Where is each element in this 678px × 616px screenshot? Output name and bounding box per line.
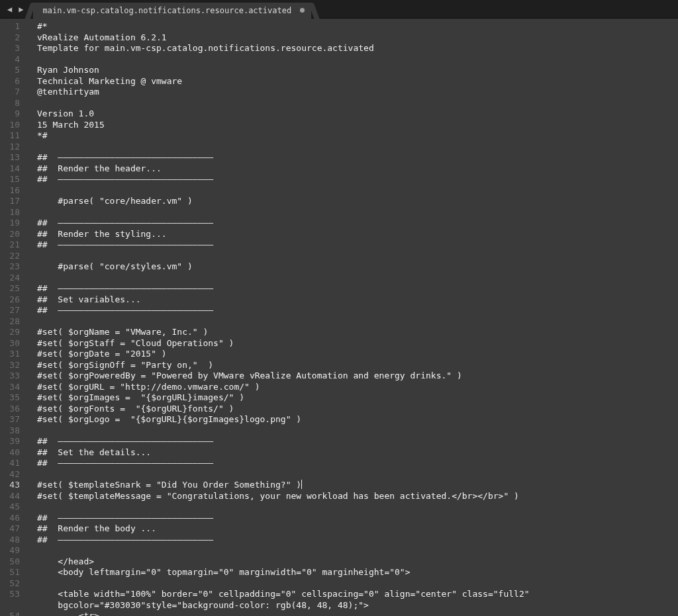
code-text[interactable]: ## Set the details... [37,447,151,457]
code-line[interactable]: 46## —————————————————————————————— [0,513,678,524]
code-line[interactable]: 35#set( $orgImages = "{$orgURL}images/" … [0,392,678,404]
code-line[interactable]: 29#set( $orgName = "VMware, Inc." ) [0,327,678,338]
code-line[interactable]: 48## —————————————————————————————— [0,535,678,546]
code-line[interactable]: 14## Render the header... [0,163,678,175]
code-text[interactable]: ## —————————————————————————————— [37,535,213,545]
code-editor[interactable]: 1#*2vRealize Automation 6.2.13Template f… [0,19,678,616]
code-text[interactable]: @tenthirtyam [37,87,99,97]
code-line[interactable]: 16 [0,185,678,197]
code-line[interactable]: 30#set( $orgStaff = "Cloud Operations" ) [0,338,678,349]
code-text[interactable]: #set( $orgLogo = "{$orgURL}{$orgImages}l… [37,414,301,424]
code-line[interactable]: 45 [0,502,678,513]
code-text[interactable]: ## Set variables... [37,294,141,304]
code-line[interactable]: 28 [0,316,678,328]
code-text[interactable]: <tr> [37,611,99,616]
code-text[interactable]: ## Render the body ... [37,523,156,533]
code-line[interactable]: 26## Set variables... [0,294,678,306]
nav-forward-icon[interactable]: ▶ [15,5,26,14]
code-line[interactable]: 2vRealize Automation 6.2.1 [0,32,678,44]
code-line[interactable]: 25## —————————————————————————————— [0,283,678,294]
code-line[interactable]: 17 #parse( "core/header.vm" ) [0,196,678,207]
code-text[interactable]: Template for main.vm-csp.catalog.notific… [37,43,374,53]
code-text[interactable]: #* [37,21,48,31]
code-text[interactable]: *# [37,130,48,140]
code-line[interactable]: 44#set( $templateMessage = "Congratulati… [0,491,678,502]
code-text[interactable]: <body leftmargin="0" topmargin="0" margi… [37,567,411,577]
code-line[interactable]: 37#set( $orgLogo = "{$orgURL}{$orgImages… [0,414,678,425]
tab-active[interactable]: main.vm-csp.catalog.notifications.resour… [33,3,311,19]
code-line[interactable]: 31#set( $orgDate = "2015" ) [0,349,678,360]
code-text[interactable]: Technical Marketing @ vmware [37,76,182,86]
code-text[interactable]: #set( $orgDate = "2015" ) [37,349,167,359]
code-line[interactable]: 8 [0,98,678,109]
code-text[interactable]: 15 March 2015 [37,120,105,130]
code-line[interactable]: 9Version 1.0 [0,109,678,120]
code-text[interactable]: #set( $templateSnark = "Did You Order So… [37,480,302,490]
code-text[interactable]: ## —————————————————————————————— [37,305,213,315]
code-text[interactable]: #set( $orgURL = "http://demo.vmware.com/… [37,382,260,392]
code-text[interactable]: #set( $orgName = "VMware, Inc." ) [37,327,208,337]
code-line[interactable]: 5Ryan Johnson [0,65,678,76]
code-line[interactable]: 1#* [0,21,678,32]
code-text[interactable]: ## —————————————————————————————— [37,218,213,228]
code-line[interactable]: 32#set( $orgSignOff = "Party on," ) [0,360,678,371]
code-line[interactable]: 50 </head> [0,556,678,568]
code-text[interactable]: ## —————————————————————————————— [37,458,213,468]
code-line[interactable]: 15## —————————————————————————————— [0,174,678,185]
code-text[interactable]: ## —————————————————————————————— [37,513,213,523]
code-text[interactable]: <table width="100%" border="0" cellpaddi… [37,589,530,599]
code-text[interactable]: ## —————————————————————————————— [37,240,213,249]
code-line[interactable]: 18 [0,207,678,218]
code-line[interactable]: 34#set( $orgURL = "http://demo.vmware.co… [0,382,678,393]
code-text[interactable]: </head> [37,556,94,566]
code-text[interactable]: #set( $templateMessage = "Congratulation… [37,491,519,501]
code-text[interactable]: Version 1.0 [37,109,94,118]
code-line[interactable]: 6Technical Marketing @ vmware [0,76,678,87]
code-text[interactable]: #set( $orgStaff = "Cloud Operations" ) [37,338,234,348]
code-line[interactable]: 33#set( $orgPoweredBy = "Powered by VMwa… [0,371,678,382]
code-line[interactable]: 49 [0,545,678,556]
code-line[interactable]: 42 [0,469,678,480]
code-line[interactable]: 41## —————————————————————————————— [0,458,678,469]
code-line[interactable]: 36#set( $orgFonts = "{$orgURL}fonts/" ) [0,404,678,415]
code-text[interactable]: ## Render the styling... [37,229,167,239]
code-line[interactable]: 7@tenthirtyam [0,87,678,98]
code-line[interactable]: 13## —————————————————————————————— [0,152,678,163]
code-line[interactable]: 43#set( $templateSnark = "Did You Order … [0,480,678,491]
code-line[interactable]: 23 #parse( "core/styles.vm" ) [0,261,678,273]
code-text[interactable]: vRealize Automation 6.2.1 [37,32,167,42]
code-text[interactable]: ## —————————————————————————————— [37,152,213,162]
code-line[interactable]: 38 [0,425,678,437]
code-line[interactable]: 1015 March 2015 [0,120,678,131]
code-line[interactable]: 11*# [0,130,678,142]
code-line[interactable]: 21## —————————————————————————————— [0,240,678,251]
code-text[interactable]: #set( $orgFonts = "{$orgURL}fonts/" ) [37,404,234,414]
code-text[interactable]: bgcolor="#303030"style="background-color… [37,600,369,610]
code-line[interactable]: 4 [0,54,678,66]
code-line[interactable]: 12 [0,142,678,153]
code-text[interactable]: ## Render the header... [37,163,162,173]
nav-back-icon[interactable]: ◀ [4,5,15,14]
code-line[interactable]: 52 [0,578,678,590]
code-text[interactable]: ## —————————————————————————————— [37,283,213,293]
code-line[interactable]: 27## —————————————————————————————— [0,305,678,316]
code-line[interactable]: 51 <body leftmargin="0" topmargin="0" ma… [0,567,678,578]
code-line[interactable]: 19## —————————————————————————————— [0,218,678,229]
code-line[interactable]: 22 [0,251,678,262]
code-text[interactable]: ## —————————————————————————————— [37,436,213,446]
code-text[interactable]: #parse( "core/styles.vm" ) [37,261,193,271]
code-text[interactable]: ## —————————————————————————————— [37,174,213,184]
code-text[interactable]: #parse( "core/header.vm" ) [37,196,193,206]
code-line[interactable]: 39## —————————————————————————————— [0,436,678,447]
code-line[interactable]: 40## Set the details... [0,447,678,459]
code-text[interactable]: #set( $orgImages = "{$orgURL}images/" ) [37,392,244,402]
code-line[interactable]: 3Template for main.vm-csp.catalog.notifi… [0,43,678,54]
code-line[interactable]: 47## Render the body ... [0,523,678,535]
code-text[interactable]: #set( $orgPoweredBy = "Powered by VMware… [37,371,462,380]
code-line[interactable]: 53 <table width="100%" border="0" cellpa… [0,589,678,600]
code-text[interactable]: #set( $orgSignOff = "Party on," ) [37,360,213,370]
code-line[interactable]: bgcolor="#303030"style="background-color… [0,600,678,611]
code-text[interactable]: Ryan Johnson [37,65,99,75]
code-line[interactable]: 20## Render the styling... [0,229,678,240]
code-line[interactable]: 24 [0,273,678,284]
